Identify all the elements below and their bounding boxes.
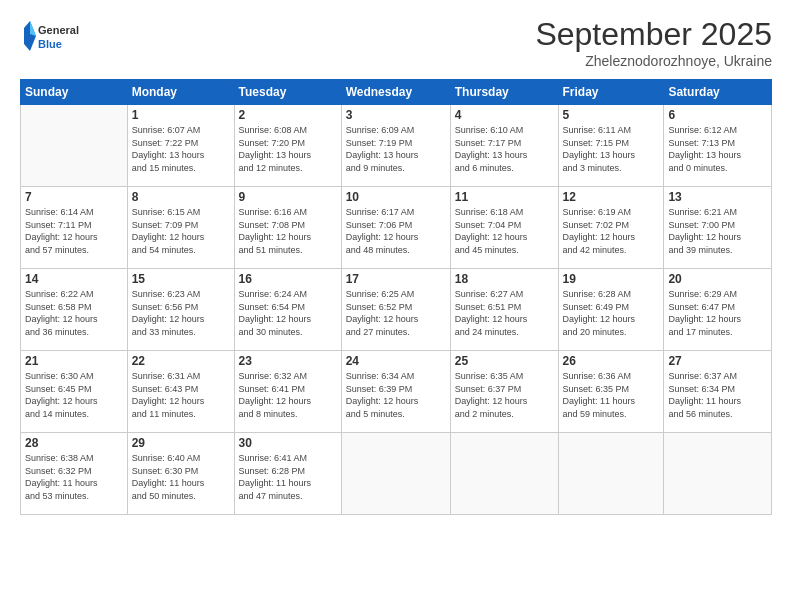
day-number: 19: [563, 272, 660, 286]
table-row: 13Sunrise: 6:21 AM Sunset: 7:00 PM Dayli…: [664, 187, 772, 269]
table-row: 20Sunrise: 6:29 AM Sunset: 6:47 PM Dayli…: [664, 269, 772, 351]
table-row: 5Sunrise: 6:11 AM Sunset: 7:15 PM Daylig…: [558, 105, 664, 187]
day-info: Sunrise: 6:34 AM Sunset: 6:39 PM Dayligh…: [346, 370, 446, 420]
table-row: 26Sunrise: 6:36 AM Sunset: 6:35 PM Dayli…: [558, 351, 664, 433]
day-number: 22: [132, 354, 230, 368]
day-number: 7: [25, 190, 123, 204]
table-row: 4Sunrise: 6:10 AM Sunset: 7:17 PM Daylig…: [450, 105, 558, 187]
table-row: [21, 105, 128, 187]
day-number: 24: [346, 354, 446, 368]
svg-marker-3: [30, 21, 36, 36]
day-number: 27: [668, 354, 767, 368]
day-info: Sunrise: 6:27 AM Sunset: 6:51 PM Dayligh…: [455, 288, 554, 338]
table-row: 30Sunrise: 6:41 AM Sunset: 6:28 PM Dayli…: [234, 433, 341, 515]
day-info: Sunrise: 6:36 AM Sunset: 6:35 PM Dayligh…: [563, 370, 660, 420]
day-info: Sunrise: 6:15 AM Sunset: 7:09 PM Dayligh…: [132, 206, 230, 256]
day-info: Sunrise: 6:21 AM Sunset: 7:00 PM Dayligh…: [668, 206, 767, 256]
day-number: 6: [668, 108, 767, 122]
day-number: 20: [668, 272, 767, 286]
table-row: 12Sunrise: 6:19 AM Sunset: 7:02 PM Dayli…: [558, 187, 664, 269]
day-number: 9: [239, 190, 337, 204]
day-info: Sunrise: 6:28 AM Sunset: 6:49 PM Dayligh…: [563, 288, 660, 338]
table-row: 1Sunrise: 6:07 AM Sunset: 7:22 PM Daylig…: [127, 105, 234, 187]
day-info: Sunrise: 6:24 AM Sunset: 6:54 PM Dayligh…: [239, 288, 337, 338]
table-row: [558, 433, 664, 515]
table-row: 7Sunrise: 6:14 AM Sunset: 7:11 PM Daylig…: [21, 187, 128, 269]
table-row: 14Sunrise: 6:22 AM Sunset: 6:58 PM Dayli…: [21, 269, 128, 351]
day-number: 15: [132, 272, 230, 286]
calendar: Sunday Monday Tuesday Wednesday Thursday…: [20, 79, 772, 515]
table-row: [341, 433, 450, 515]
day-info: Sunrise: 6:41 AM Sunset: 6:28 PM Dayligh…: [239, 452, 337, 502]
table-row: 9Sunrise: 6:16 AM Sunset: 7:08 PM Daylig…: [234, 187, 341, 269]
day-number: 23: [239, 354, 337, 368]
day-number: 28: [25, 436, 123, 450]
day-info: Sunrise: 6:18 AM Sunset: 7:04 PM Dayligh…: [455, 206, 554, 256]
col-wednesday: Wednesday: [341, 80, 450, 105]
col-friday: Friday: [558, 80, 664, 105]
month-title: September 2025: [535, 16, 772, 53]
col-thursday: Thursday: [450, 80, 558, 105]
table-row: 24Sunrise: 6:34 AM Sunset: 6:39 PM Dayli…: [341, 351, 450, 433]
table-row: 23Sunrise: 6:32 AM Sunset: 6:41 PM Dayli…: [234, 351, 341, 433]
table-row: 16Sunrise: 6:24 AM Sunset: 6:54 PM Dayli…: [234, 269, 341, 351]
day-info: Sunrise: 6:22 AM Sunset: 6:58 PM Dayligh…: [25, 288, 123, 338]
day-info: Sunrise: 6:08 AM Sunset: 7:20 PM Dayligh…: [239, 124, 337, 174]
day-number: 30: [239, 436, 337, 450]
header: General Blue September 2025 Zheleznodoro…: [20, 16, 772, 69]
day-info: Sunrise: 6:14 AM Sunset: 7:11 PM Dayligh…: [25, 206, 123, 256]
col-monday: Monday: [127, 80, 234, 105]
day-number: 8: [132, 190, 230, 204]
day-info: Sunrise: 6:32 AM Sunset: 6:41 PM Dayligh…: [239, 370, 337, 420]
logo-svg: General Blue: [20, 16, 80, 56]
table-row: 28Sunrise: 6:38 AM Sunset: 6:32 PM Dayli…: [21, 433, 128, 515]
table-row: 6Sunrise: 6:12 AM Sunset: 7:13 PM Daylig…: [664, 105, 772, 187]
day-info: Sunrise: 6:16 AM Sunset: 7:08 PM Dayligh…: [239, 206, 337, 256]
table-row: 15Sunrise: 6:23 AM Sunset: 6:56 PM Dayli…: [127, 269, 234, 351]
day-number: 14: [25, 272, 123, 286]
table-row: 27Sunrise: 6:37 AM Sunset: 6:34 PM Dayli…: [664, 351, 772, 433]
day-info: Sunrise: 6:12 AM Sunset: 7:13 PM Dayligh…: [668, 124, 767, 174]
table-row: 22Sunrise: 6:31 AM Sunset: 6:43 PM Dayli…: [127, 351, 234, 433]
table-row: [450, 433, 558, 515]
day-info: Sunrise: 6:40 AM Sunset: 6:30 PM Dayligh…: [132, 452, 230, 502]
day-number: 5: [563, 108, 660, 122]
svg-text:General: General: [38, 24, 79, 36]
col-tuesday: Tuesday: [234, 80, 341, 105]
table-row: 19Sunrise: 6:28 AM Sunset: 6:49 PM Dayli…: [558, 269, 664, 351]
title-area: September 2025 Zheleznodorozhnoye, Ukrai…: [535, 16, 772, 69]
day-info: Sunrise: 6:37 AM Sunset: 6:34 PM Dayligh…: [668, 370, 767, 420]
day-number: 16: [239, 272, 337, 286]
day-number: 11: [455, 190, 554, 204]
table-row: 10Sunrise: 6:17 AM Sunset: 7:06 PM Dayli…: [341, 187, 450, 269]
day-number: 2: [239, 108, 337, 122]
table-row: 17Sunrise: 6:25 AM Sunset: 6:52 PM Dayli…: [341, 269, 450, 351]
day-info: Sunrise: 6:38 AM Sunset: 6:32 PM Dayligh…: [25, 452, 123, 502]
day-number: 29: [132, 436, 230, 450]
table-row: 11Sunrise: 6:18 AM Sunset: 7:04 PM Dayli…: [450, 187, 558, 269]
day-info: Sunrise: 6:09 AM Sunset: 7:19 PM Dayligh…: [346, 124, 446, 174]
day-number: 18: [455, 272, 554, 286]
calendar-header-row: Sunday Monday Tuesday Wednesday Thursday…: [21, 80, 772, 105]
day-number: 17: [346, 272, 446, 286]
table-row: 2Sunrise: 6:08 AM Sunset: 7:20 PM Daylig…: [234, 105, 341, 187]
day-info: Sunrise: 6:23 AM Sunset: 6:56 PM Dayligh…: [132, 288, 230, 338]
day-number: 13: [668, 190, 767, 204]
day-info: Sunrise: 6:31 AM Sunset: 6:43 PM Dayligh…: [132, 370, 230, 420]
logo: General Blue: [20, 16, 80, 56]
table-row: 18Sunrise: 6:27 AM Sunset: 6:51 PM Dayli…: [450, 269, 558, 351]
day-number: 26: [563, 354, 660, 368]
day-number: 1: [132, 108, 230, 122]
day-info: Sunrise: 6:19 AM Sunset: 7:02 PM Dayligh…: [563, 206, 660, 256]
day-number: 12: [563, 190, 660, 204]
day-info: Sunrise: 6:30 AM Sunset: 6:45 PM Dayligh…: [25, 370, 123, 420]
day-info: Sunrise: 6:11 AM Sunset: 7:15 PM Dayligh…: [563, 124, 660, 174]
day-number: 25: [455, 354, 554, 368]
table-row: 29Sunrise: 6:40 AM Sunset: 6:30 PM Dayli…: [127, 433, 234, 515]
day-info: Sunrise: 6:07 AM Sunset: 7:22 PM Dayligh…: [132, 124, 230, 174]
day-info: Sunrise: 6:35 AM Sunset: 6:37 PM Dayligh…: [455, 370, 554, 420]
col-sunday: Sunday: [21, 80, 128, 105]
table-row: 3Sunrise: 6:09 AM Sunset: 7:19 PM Daylig…: [341, 105, 450, 187]
day-info: Sunrise: 6:17 AM Sunset: 7:06 PM Dayligh…: [346, 206, 446, 256]
table-row: 21Sunrise: 6:30 AM Sunset: 6:45 PM Dayli…: [21, 351, 128, 433]
